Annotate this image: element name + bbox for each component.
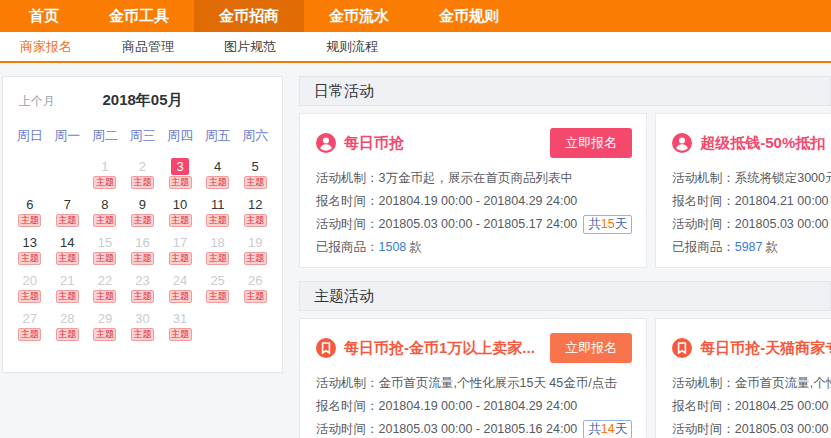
day-number: 31 — [171, 310, 189, 327]
calendar-day[interactable]: 5主题 — [236, 157, 274, 195]
calendar-day[interactable]: 22主题 — [86, 271, 124, 309]
day-number: 7 — [58, 196, 76, 213]
signed-products-count[interactable]: 5987 — [735, 240, 763, 254]
activity-card-super-discount: 超级抵钱-50%抵扣 已结束 活动机制：系统将锁定3000元货值商品，金币50%… — [655, 113, 831, 268]
calendar-day[interactable]: 19主题 — [236, 233, 274, 271]
calendar-day[interactable]: 25主题 — [199, 271, 237, 309]
badge-text: 共 — [588, 217, 601, 231]
signed-products-line: 已报商品：1508款 — [316, 236, 632, 259]
subnav-item-merchant-signup[interactable]: 商家报名 — [2, 32, 90, 61]
activity-time-line: 活动时间：201805.03 00:00 - 201805.16 24:00共1… — [316, 418, 632, 438]
signup-now-button[interactable]: 立即报名 — [550, 333, 632, 363]
signed-products-count[interactable]: 1508 — [379, 240, 407, 254]
calendar-day[interactable]: 23主题 — [124, 271, 162, 309]
calendar-day[interactable]: 3主题 — [161, 157, 199, 195]
line-value: 201804.19 00:00 - 201804.29 24:00 — [379, 399, 578, 413]
calendar-day[interactable]: 28主题 — [49, 309, 87, 347]
theme-badge: 主题 — [169, 176, 192, 189]
calendar-day[interactable]: 4主题 — [199, 157, 237, 195]
theme-badge: 主题 — [206, 290, 229, 303]
activity-card-theme-tmall: 每日币抢-天猫商家专享 已结束 活动机制：金币首页流量,个性化展示15天 45金… — [655, 318, 831, 438]
calendar-day[interactable]: 27主题 — [11, 309, 49, 347]
nav-item-coin-tools[interactable]: 金币工具 — [84, 0, 194, 32]
activity-card-daily-coin-grab: 每日币抢 立即报名 活动机制：3万金币起，展示在首页商品列表中 报名时间：201… — [299, 113, 647, 268]
user-icon — [316, 133, 336, 153]
theme-badge: 主题 — [169, 290, 192, 303]
line-label: 已报商品： — [316, 240, 379, 254]
activity-mechanism-line: 活动机制：金币首页流量,个性化展示15天 45金币/点击 — [672, 372, 831, 395]
calendar-day[interactable]: 30主题 — [124, 309, 162, 347]
calendar-day[interactable]: 20主题 — [11, 271, 49, 309]
nav-item-coin-promotion[interactable]: 金币招商 — [194, 0, 304, 32]
total-days-badge: 共15天 — [583, 215, 632, 234]
line-label: 报名时间： — [672, 399, 735, 413]
theme-badge: 主题 — [131, 290, 154, 303]
card-title: 每日币抢-天猫商家专享 — [700, 339, 831, 358]
calendar-day[interactable]: 11主题 — [199, 195, 237, 233]
line-label: 活动机制： — [316, 171, 379, 185]
line-label: 报名时间： — [672, 194, 735, 208]
subnav-item-rules-process[interactable]: 规则流程 — [308, 32, 396, 61]
weekday-label: 周六 — [236, 127, 274, 145]
day-number: 22 — [96, 272, 114, 289]
theme-badge: 主题 — [131, 328, 154, 341]
badge-text: 天 — [615, 422, 628, 436]
calendar-day[interactable]: 9主题 — [124, 195, 162, 233]
day-number: 25 — [209, 272, 227, 289]
unit-label: 款 — [766, 240, 779, 254]
line-label: 活动机制： — [316, 376, 379, 390]
calendar-day[interactable]: 14主题 — [49, 233, 87, 271]
theme-badge: 主题 — [131, 252, 154, 265]
calendar-empty-cell — [199, 309, 237, 347]
activity-card-theme-10k-sellers: 每日币抢-金币1万以上卖家... 立即报名 活动机制：金币首页流量,个性化展示1… — [299, 318, 647, 438]
line-value: 3万金币起，展示在首页商品列表中 — [379, 171, 573, 185]
nav-item-home[interactable]: 首页 — [4, 0, 84, 32]
calendar-day[interactable]: 26主题 — [236, 271, 274, 309]
calendar-empty-cell — [236, 309, 274, 347]
badge-text: 天 — [615, 217, 628, 231]
badge-text: 共 — [588, 422, 601, 436]
day-number: 23 — [133, 272, 151, 289]
calendar-day[interactable]: 10主题 — [161, 195, 199, 233]
badge-number: 14 — [601, 422, 615, 436]
calendar-day[interactable]: 8主题 — [86, 195, 124, 233]
calendar-grid: 1主题2主题3主题4主题5主题6主题7主题8主题9主题10主题11主题12主题1… — [11, 157, 274, 347]
theme-badge: 主题 — [206, 176, 229, 189]
section-header-theme: 主题活动 — [299, 281, 831, 311]
weekday-label: 周一 — [49, 127, 87, 145]
day-number: 2 — [133, 158, 151, 175]
card-header: 每日币抢 立即报名 — [316, 128, 632, 158]
calendar-day[interactable]: 21主题 — [49, 271, 87, 309]
calendar-day[interactable]: 17主题 — [161, 233, 199, 271]
line-label: 活动时间： — [672, 422, 735, 436]
theme-badge: 主题 — [244, 176, 267, 189]
calendar-day[interactable]: 15主题 — [86, 233, 124, 271]
nav-item-coin-flow[interactable]: 金币流水 — [304, 0, 414, 32]
calendar-day[interactable]: 1主题 — [86, 157, 124, 195]
nav-item-coin-rules[interactable]: 金币规则 — [414, 0, 524, 32]
line-value: 201805.03 00:00 - 201805.16 24:00 — [379, 422, 578, 436]
calendar-day[interactable]: 18主题 — [199, 233, 237, 271]
activity-mechanism-line: 活动机制：3万金币起，展示在首页商品列表中 — [316, 167, 632, 190]
calendar-day[interactable]: 13主题 — [11, 233, 49, 271]
theme-badge: 主题 — [56, 214, 79, 227]
calendar-day[interactable]: 6主题 — [11, 195, 49, 233]
calendar-day[interactable]: 7主题 — [49, 195, 87, 233]
theme-badge: 主题 — [169, 214, 192, 227]
signup-now-button[interactable]: 立即报名 — [550, 128, 632, 158]
card-header: 每日币抢-天猫商家专享 已结束 — [672, 333, 831, 363]
signup-time-line: 报名时间：201804.19 00:00 - 201804.29 24:00 — [316, 190, 632, 213]
line-label: 报名时间： — [316, 399, 379, 413]
subnav-item-image-specs[interactable]: 图片规范 — [206, 32, 294, 61]
day-number: 3 — [171, 158, 189, 175]
calendar-day[interactable]: 16主题 — [124, 233, 162, 271]
calendar-day[interactable]: 2主题 — [124, 157, 162, 195]
badge-number: 15 — [601, 217, 615, 231]
prev-month-link[interactable]: 上个月 — [19, 93, 55, 110]
calendar-day[interactable]: 12主题 — [236, 195, 274, 233]
theme-badge: 主题 — [131, 214, 154, 227]
calendar-day[interactable]: 31主题 — [161, 309, 199, 347]
calendar-day[interactable]: 29主题 — [86, 309, 124, 347]
calendar-day[interactable]: 24主题 — [161, 271, 199, 309]
subnav-item-product-management[interactable]: 商品管理 — [104, 32, 192, 61]
